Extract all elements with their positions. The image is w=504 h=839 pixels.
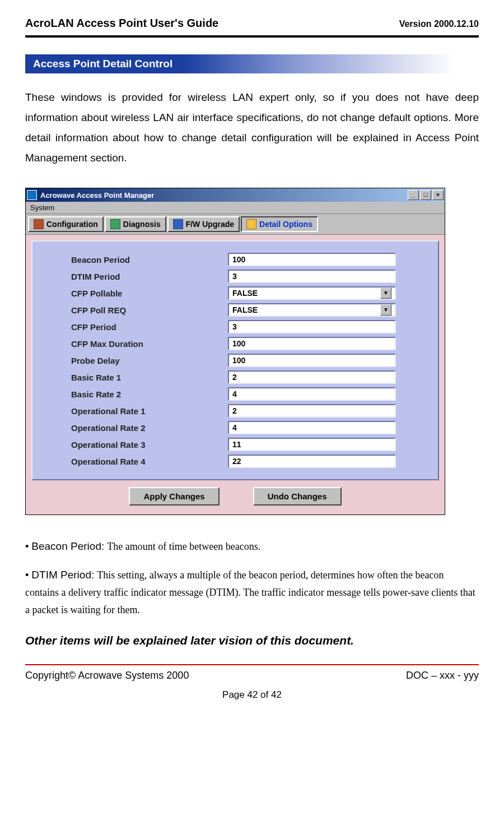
select-cfp-poll-req[interactable]: FALSE ▼ xyxy=(228,303,396,317)
label-probe-delay: Probe Delay xyxy=(40,356,228,365)
input-cfp-max-duration[interactable]: 100 xyxy=(228,337,396,350)
label-operational-rate-1: Operational Rate 1 xyxy=(40,406,228,416)
tab-fw-upgrade[interactable]: F/W Upgrade xyxy=(167,216,240,232)
wrench-icon xyxy=(34,219,44,229)
page-header: AcroLAN Access Point User's Guide Versio… xyxy=(25,17,479,30)
app-icon xyxy=(27,190,37,200)
label-cfp-max-duration: CFP Max Duration xyxy=(40,339,228,349)
label-basic-rate-2: Basic Rate 2 xyxy=(40,390,228,399)
chevron-down-icon[interactable]: ▼ xyxy=(380,304,391,316)
row-cfp-poll-req: CFP Poll REQ FALSE ▼ xyxy=(40,303,430,317)
definition-dtim-period: • DTIM Period: This setting, always a mu… xyxy=(25,566,479,618)
row-probe-delay: Probe Delay 100 xyxy=(40,354,430,367)
doc-version: Version 2000.12.10 xyxy=(399,19,479,29)
row-cfp-period: CFP Period 3 xyxy=(40,320,430,333)
doc-id: DOC – xxx - yyy xyxy=(406,670,479,682)
select-cfp-pollable[interactable]: FALSE ▼ xyxy=(228,286,396,300)
maximize-button[interactable]: □ xyxy=(420,190,431,200)
tab-diagnosis[interactable]: Diagnosis xyxy=(105,216,166,232)
row-basic-rate-1: Basic Rate 1 2 xyxy=(40,370,430,384)
desc-beacon-period: The amount of time between beacons. xyxy=(107,541,260,552)
toolbar: Configuration Diagnosis F/W Upgrade Deta… xyxy=(26,214,445,235)
row-basic-rate-2: Basic Rate 2 4 xyxy=(40,387,430,401)
row-operational-rate-3: Operational Rate 3 11 xyxy=(40,438,430,451)
doc-title: AcroLAN Access Point User's Guide xyxy=(25,17,218,30)
label-operational-rate-3: Operational Rate 3 xyxy=(40,440,228,449)
section-heading: Access Point Detail Control xyxy=(25,54,478,73)
close-button[interactable]: × xyxy=(432,190,444,200)
input-operational-rate-4[interactable]: 22 xyxy=(228,455,396,468)
form-panel: Beacon Period 100 DTIM Period 3 CFP Poll… xyxy=(31,240,439,480)
input-beacon-period[interactable]: 100 xyxy=(228,253,396,266)
upgrade-icon xyxy=(173,219,183,229)
window-title: Acrowave Access Point Manager xyxy=(40,191,154,200)
row-cfp-max-duration: CFP Max Duration 100 xyxy=(40,337,430,350)
label-cfp-poll-req: CFP Poll REQ xyxy=(40,305,228,315)
label-cfp-pollable: CFP Pollable xyxy=(40,289,228,298)
definitions: • Beacon Period: The amount of time betw… xyxy=(25,537,479,618)
header-rule xyxy=(25,35,479,38)
app-window: Acrowave Access Point Manager _ □ × Syst… xyxy=(25,188,445,515)
term-beacon-period: Beacon Period: xyxy=(31,540,104,552)
input-dtim-period[interactable]: 3 xyxy=(228,270,396,283)
row-beacon-period: Beacon Period 100 xyxy=(40,253,430,266)
page-footer: Copyright© Acrowave Systems 2000 DOC – x… xyxy=(25,670,479,682)
tab-configuration[interactable]: Configuration xyxy=(28,216,104,232)
label-operational-rate-2: Operational Rate 2 xyxy=(40,423,228,433)
note-text: Other items will be explained later visi… xyxy=(25,634,479,647)
input-probe-delay[interactable]: 100 xyxy=(228,354,396,367)
input-cfp-period[interactable]: 3 xyxy=(228,320,396,333)
page-number: Page 42 of 42 xyxy=(25,689,479,701)
button-row: Apply Changes Undo Changes xyxy=(31,480,439,509)
titlebar[interactable]: Acrowave Access Point Manager _ □ × xyxy=(26,188,445,202)
tab-detail-options[interactable]: Detail Options xyxy=(241,216,318,232)
row-operational-rate-1: Operational Rate 1 2 xyxy=(40,404,430,418)
input-basic-rate-2[interactable]: 4 xyxy=(228,387,396,401)
row-dtim-period: DTIM Period 3 xyxy=(40,270,430,283)
minimize-button[interactable]: _ xyxy=(408,190,419,200)
input-operational-rate-1[interactable]: 2 xyxy=(228,404,396,418)
row-operational-rate-2: Operational Rate 2 4 xyxy=(40,421,430,434)
row-operational-rate-4: Operational Rate 4 22 xyxy=(40,455,430,468)
diagnosis-icon xyxy=(110,219,120,229)
chevron-down-icon[interactable]: ▼ xyxy=(380,288,391,299)
label-dtim-period: DTIM Period xyxy=(40,272,228,281)
pencil-icon xyxy=(246,219,256,229)
copyright: Copyright© Acrowave Systems 2000 xyxy=(25,670,189,682)
label-basic-rate-1: Basic Rate 1 xyxy=(40,373,228,382)
apply-changes-button[interactable]: Apply Changes xyxy=(129,487,219,506)
input-operational-rate-3[interactable]: 11 xyxy=(228,438,396,451)
client-area: Beacon Period 100 DTIM Period 3 CFP Poll… xyxy=(26,235,445,514)
footer-rule xyxy=(25,664,479,665)
label-cfp-period: CFP Period xyxy=(40,322,228,332)
undo-changes-button[interactable]: Undo Changes xyxy=(253,487,342,506)
input-basic-rate-1[interactable]: 2 xyxy=(228,370,396,384)
row-cfp-pollable: CFP Pollable FALSE ▼ xyxy=(40,286,430,300)
input-operational-rate-2[interactable]: 4 xyxy=(228,421,396,434)
label-beacon-period: Beacon Period xyxy=(40,255,228,265)
definition-beacon-period: • Beacon Period: The amount of time betw… xyxy=(25,537,479,555)
menubar[interactable]: System xyxy=(26,202,445,214)
intro-paragraph: These windows is provided for wireless L… xyxy=(25,87,479,168)
label-operational-rate-4: Operational Rate 4 xyxy=(40,457,228,466)
menu-system[interactable]: System xyxy=(30,203,54,212)
term-dtim-period: DTIM Period: xyxy=(31,569,94,581)
